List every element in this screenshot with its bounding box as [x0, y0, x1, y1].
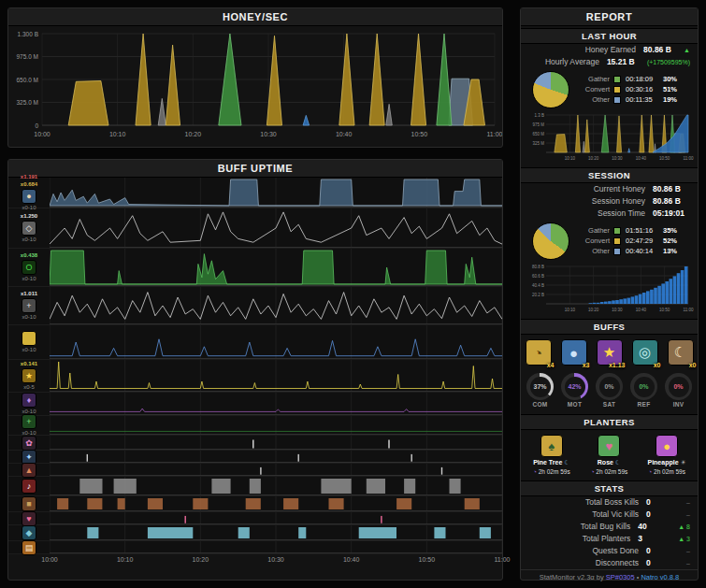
buff-row-blossom: ✿ [8, 436, 502, 451]
session-row: Session Time05:19:01 [521, 208, 698, 220]
honey-panel-title: HONEY/SEC [8, 8, 502, 26]
svg-text:10:30: 10:30 [260, 131, 277, 137]
legend-name: Gather [576, 226, 613, 236]
buff-row-heart-bond: ♥ [8, 512, 502, 525]
buffs-header: BUFFS [521, 319, 698, 335]
svg-text:10:30: 10:30 [612, 308, 623, 312]
buff-uptime-panel: BUFF UPTIME x1.191x0.684●x0-10x1.250◇x0-… [7, 159, 503, 581]
buff-row-meta: +x0-10 [8, 416, 50, 435]
buff-scale-label: x0-10 [22, 237, 36, 243]
oil-icon: + [22, 298, 36, 313]
green-boost-icon: + [22, 414, 36, 429]
buff-scale-label: x0-5 [23, 384, 35, 391]
buff-multiplier-label: x1.191 [21, 174, 37, 180]
buff-uptime-rows: x1.191x0.684●x0-10x1.250◇x0-10x0.438Ox0-… [8, 178, 502, 554]
legend-swatch [613, 86, 621, 93]
stat-row: Total Bug Kills40▲ 8 [521, 521, 698, 533]
session-label: Session Honey [528, 195, 653, 208]
buff-row-green-boost: +x0-10 [8, 416, 502, 436]
moon-buff-multiplier: x0 [689, 362, 697, 368]
buff-row-green-extract: x0.438Ox0-10 [8, 249, 502, 287]
buff-row-chart [50, 360, 502, 392]
buff-row-meta: ✦ [8, 451, 50, 463]
last-hour-header: LAST HOUR [521, 28, 698, 44]
buff-row-meta: ♪ [8, 477, 50, 495]
legend-swatch [613, 248, 621, 255]
buff-scale-label: x0-10 [22, 347, 36, 353]
footer-text: StatMonitor v2.3α by [540, 573, 606, 581]
planter-timer: ◔ 2h 02m 59s [533, 468, 570, 475]
legend-swatch [613, 237, 621, 245]
buff-row-meta: x1.191x0.684●x0-10 [8, 178, 50, 208]
stat-label: Total Boss Kills [528, 496, 646, 509]
planter-rose: ♥Rose ☾◔ 2h 02m 59s [581, 435, 638, 475]
buff-row-meta: ✿ [8, 436, 50, 450]
session-mini-chart-wrap: 10:1010:2010:3010:4010:5011:0080.8 B60.6… [521, 262, 698, 317]
legend-time: 00:18:09 [626, 75, 663, 84]
last-hour-value: 80.86 B [643, 44, 681, 56]
buff-multiplier-label: x0.141 [21, 361, 37, 367]
planter-icon: ♠ [540, 435, 563, 457]
gauge-label: INV [673, 401, 684, 408]
stat-value: 0 [646, 496, 684, 509]
buff-row-chart [50, 496, 502, 511]
svg-text:11:00: 11:00 [683, 156, 693, 161]
stat-label: Total Planters [528, 533, 638, 545]
stat-label: Quests Done [528, 545, 646, 557]
svg-text:10:20: 10:20 [185, 131, 202, 137]
glue-icon [22, 331, 36, 346]
stat-delta: – [686, 496, 690, 509]
session-pie-chart [532, 222, 569, 260]
melody-icon: ♪ [22, 479, 36, 494]
session-value: 80.86 B [653, 195, 690, 208]
gauge-value: 37% [530, 377, 551, 397]
gauge-value: 42% [565, 377, 585, 397]
svg-text:11:00: 11:00 [683, 308, 693, 312]
legend-swatch [613, 76, 621, 83]
stat-row: Total Vic Kills0– [521, 509, 698, 521]
green-extract-icon: O [22, 260, 36, 275]
legend-percent: 30% [663, 75, 677, 84]
svg-text:10:20: 10:20 [588, 156, 599, 161]
gauge-value: 0% [599, 377, 620, 397]
stat-label: Disconnects [528, 557, 646, 569]
svg-text:10:10: 10:10 [564, 156, 575, 161]
legend-time: 00:11:35 [626, 95, 663, 105]
buff-row-meta: x1.011+x0-10 [8, 287, 50, 324]
buff-row-meta: ♦x0-10 [8, 393, 50, 415]
planter-phase-icon: ☀ [681, 459, 686, 466]
gauge-com: 37%COM [526, 373, 554, 408]
buff-scale-label: x0-10 [22, 314, 36, 321]
wind-buff: ◎x0 [632, 339, 658, 366]
stats-header: STATS [521, 480, 698, 496]
stat-delta: ▲ 8 [678, 521, 690, 533]
buff-row-melody: ♪ [8, 477, 502, 496]
haste-icon: ◇ [22, 221, 36, 236]
session-mini-chart: 10:1010:2010:3010:4010:5011:0080.8 B60.6… [526, 263, 694, 315]
svg-text:1.300 B: 1.300 B [18, 31, 38, 37]
legend-swatch [613, 96, 621, 104]
planter-name: Rose ☾ [598, 459, 621, 466]
stat-label: Total Bug Kills [528, 521, 638, 533]
clock-buff: ◔x4 [526, 339, 552, 366]
session-row: Session Honey80.86 B [521, 195, 698, 208]
session-row: Current Honey80.86 B [521, 183, 698, 195]
buff-scale-label: x0-10 [22, 276, 36, 282]
last-hour-delta: ▲ [684, 44, 690, 56]
legend-percent: 51% [663, 85, 677, 94]
gauge-label: COM [532, 401, 547, 408]
svg-text:11:00: 11:00 [487, 131, 503, 137]
buff-row-blue-field: ◆ [8, 525, 502, 541]
stat-row: Quests Done0– [521, 545, 698, 557]
stat-row: Disconnects0– [521, 557, 698, 569]
stat-delta: – [686, 545, 690, 557]
svg-text:10:10: 10:10 [564, 308, 575, 312]
last-hour-row: Honey Earned80.86 B▲ [521, 44, 698, 56]
buff-gauges: 37%COM42%MOT0%SAT0%REF0%INV [521, 371, 698, 412]
star-reward-icon: ★ [22, 368, 36, 383]
buff-axis-tick: 10:30 [267, 556, 284, 563]
buff-row-chart [50, 464, 502, 476]
svg-text:325.0 M: 325.0 M [17, 99, 39, 106]
buff-axis-tick: 11:00 [495, 556, 511, 563]
legend-name: Gather [576, 75, 613, 84]
